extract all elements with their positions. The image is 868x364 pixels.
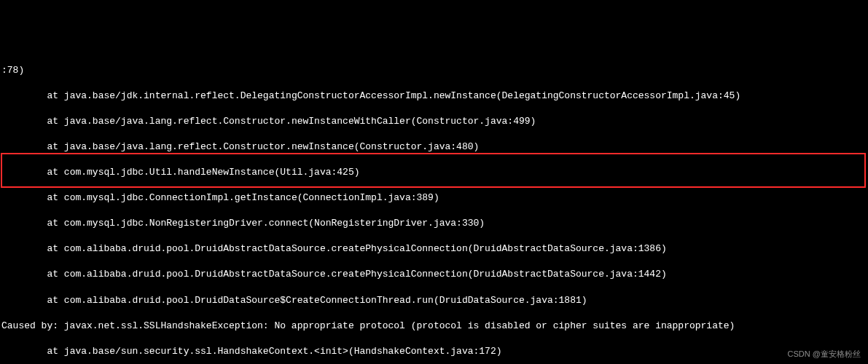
- stack-frame: at com.mysql.jdbc.ConnectionImpl.getInst…: [1, 191, 867, 205]
- stack-frame: at java.base/java.lang.reflect.Construct…: [1, 141, 867, 154]
- stack-frame: at java.base/jdk.internal.reflect.Delega…: [1, 90, 867, 103]
- caused-by-line: Caused by: javax.net.ssl.SSLHandshakeExc…: [1, 320, 867, 333]
- terminal-output: :78) at java.base/jdk.internal.reflect.D…: [0, 51, 868, 364]
- watermark-text: CSDN @童安格粉丝: [788, 349, 861, 360]
- stack-frame: at com.alibaba.druid.pool.DruidAbstractD…: [1, 242, 867, 256]
- stack-frame: at java.base/java.lang.reflect.Construct…: [1, 115, 867, 128]
- stack-frame: at com.mysql.jdbc.NonRegisteringDriver.c…: [1, 217, 867, 230]
- stack-frame: at com.alibaba.druid.pool.DruidDataSourc…: [1, 294, 867, 307]
- stack-frame: at java.base/sun.security.ssl.HandshakeC…: [1, 345, 867, 358]
- stack-frame: at com.alibaba.druid.pool.DruidAbstractD…: [1, 268, 867, 281]
- stack-frame: at com.mysql.jdbc.Util.handleNewInstance…: [1, 166, 867, 179]
- stack-line: :78): [1, 64, 867, 77]
